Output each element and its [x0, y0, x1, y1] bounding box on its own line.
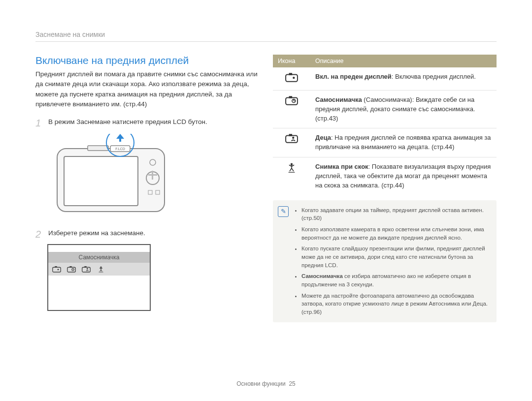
- flcd-label: F.LCD: [115, 147, 125, 151]
- row-bold: Деца: [315, 134, 331, 141]
- note-list: Когато задавате опции за таймер, предния…: [294, 206, 490, 316]
- note-icon: ✎: [278, 206, 289, 217]
- row-bold: Вкл. на преден дисплей: [315, 73, 392, 80]
- page: Заснемане на снимки Включване на предния…: [0, 0, 532, 401]
- svg-marker-11: [116, 134, 124, 142]
- menu-icons-row: [48, 263, 150, 276]
- step-text: В режим Заснемане натиснете предния LCD …: [48, 118, 207, 125]
- jump-icon: [286, 162, 297, 173]
- svg-rect-5: [152, 171, 153, 180]
- step-2: 2 Изберете режим на заснемане.: [35, 229, 259, 239]
- footer-page: 25: [289, 380, 295, 387]
- svg-rect-33: [289, 134, 293, 136]
- note-item: Когато пускате слайдшоу презентации или …: [301, 245, 490, 269]
- footer-label: Основни функции: [236, 380, 286, 387]
- svg-rect-8: [88, 146, 108, 151]
- right-column: Икона Описание Вкл. на преден дисплей: В…: [273, 55, 497, 322]
- camera-child-icon: [285, 133, 298, 143]
- breadcrumb: Заснемане на снимки: [35, 31, 497, 42]
- camera-timer-icon: [67, 266, 76, 273]
- camera-timer-icon: [285, 95, 298, 105]
- page-footer: Основни функции 25: [0, 380, 532, 387]
- camera-front-icon: [285, 72, 298, 82]
- svg-point-21: [87, 268, 88, 270]
- page-title: Включване на предния дисплей: [35, 55, 259, 66]
- table-head-desc: Описание: [310, 55, 497, 67]
- step-number: 1: [35, 118, 43, 128]
- svg-rect-16: [69, 266, 72, 268]
- step-1: 1 В режим Заснемане натиснете предния LC…: [35, 118, 259, 128]
- note-item: Когато използвате камерата в ярко освете…: [301, 225, 490, 242]
- note-box: ✎ Когато задавате опции за таймер, предн…: [273, 200, 497, 322]
- table-row: Снимка при скок: Показвате визуализация …: [273, 157, 497, 195]
- svg-rect-1: [64, 156, 138, 206]
- left-column: Включване на предния дисплей Предният ди…: [35, 55, 259, 322]
- svg-rect-24: [286, 75, 298, 82]
- intro-paragraph: Предният дисплей ви помага да правите сн…: [35, 69, 259, 109]
- content-columns: Включване на предния дисплей Предният ди…: [35, 55, 497, 322]
- table-head-icon: Икона: [273, 55, 310, 67]
- camera-front-icon: [52, 266, 61, 273]
- row-text: : На предния дисплей се появява кратка а…: [315, 134, 491, 151]
- step-text: Изберете режим на заснемане.: [48, 229, 145, 237]
- menu-header: Самоснимачка: [48, 252, 150, 263]
- step-number: 2: [35, 229, 43, 239]
- note-item: Когато задавате опции за таймер, предния…: [301, 206, 490, 222]
- svg-point-22: [100, 267, 101, 268]
- svg-rect-20: [84, 266, 87, 268]
- row-bold: Снимка при скок: [315, 163, 368, 170]
- table-row: Вкл. на преден дисплей: Включва предния …: [273, 67, 497, 90]
- svg-point-14: [58, 269, 59, 270]
- svg-rect-28: [289, 96, 293, 98]
- camera-svg: F.LCD: [47, 134, 175, 217]
- svg-rect-32: [286, 136, 298, 143]
- icon-description-table: Икона Описание Вкл. на преден дисплей: В…: [273, 55, 497, 195]
- row-text: : Включва предния дисплей.: [392, 73, 476, 80]
- svg-point-26: [293, 77, 295, 79]
- svg-rect-25: [289, 73, 293, 75]
- camera-child-icon: [82, 266, 91, 273]
- svg-rect-13: [55, 266, 57, 268]
- menu-preview: Самоснимачка: [47, 244, 259, 311]
- note-item: Можете да настройте фотоапарата автомати…: [301, 292, 490, 316]
- table-row: Самоснимачка (Самоснимачка): Виждате себ…: [273, 90, 497, 128]
- note-item: Самоснимачка се избира автоматично ако н…: [301, 272, 490, 288]
- menu-frame: Самоснимачка: [47, 244, 151, 311]
- svg-point-34: [292, 137, 294, 139]
- row-bold: Самоснимачка: [315, 96, 362, 103]
- jump-icon: [97, 266, 105, 273]
- table-row: Деца: На предния дисплей се появява крат…: [273, 128, 497, 157]
- svg-rect-12: [53, 267, 61, 272]
- svg-rect-19: [82, 267, 91, 272]
- camera-illustration: F.LCD: [47, 134, 259, 217]
